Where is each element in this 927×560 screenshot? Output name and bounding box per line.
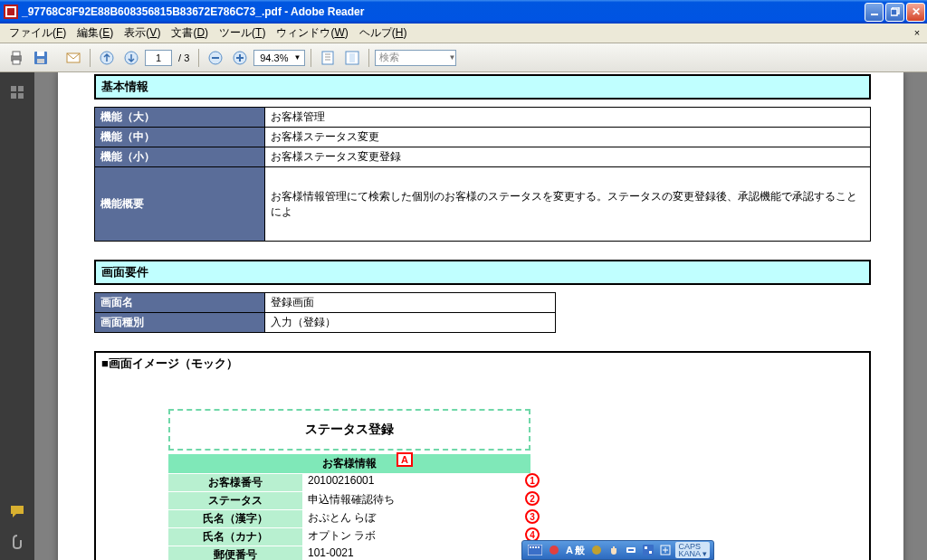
main-area: 基本情報 機能（大） お客様管理 機能（中） お客様ステータス変更 機能（小） … xyxy=(0,72,927,560)
section-header-basic-info: 基本情報 xyxy=(94,74,871,100)
mock-label: ステータス xyxy=(168,491,302,509)
zoom-in-button[interactable] xyxy=(229,47,251,69)
email-button[interactable] xyxy=(62,47,84,69)
page-number-input[interactable] xyxy=(145,50,172,66)
basic-info-table: 機能（大） お客様管理 機能（中） お客様ステータス変更 機能（小） お客様ステ… xyxy=(94,107,871,242)
cell-value: お客様ステータス変更 xyxy=(265,128,871,147)
window-title: _97768C8F92E88B608356815B83672E786C73_.p… xyxy=(22,5,865,18)
svg-rect-20 xyxy=(322,52,333,64)
svg-rect-31 xyxy=(538,546,540,548)
menu-document[interactable]: 文書(D) xyxy=(166,24,214,43)
pdf-page: 基本情報 機能（大） お客様管理 機能（中） お客様ステータス変更 機能（小） … xyxy=(58,72,903,560)
svg-rect-7 xyxy=(13,52,20,56)
mock-row: 郵便番号 101-0021 5 xyxy=(168,546,530,560)
svg-rect-35 xyxy=(628,549,634,551)
svg-rect-29 xyxy=(532,546,534,548)
section-header-screen-req: 画面要件 xyxy=(94,260,871,285)
menu-window[interactable]: ウィンドウ(W) xyxy=(271,24,353,43)
cell-label: 機能概要 xyxy=(95,167,265,242)
mock-label: 氏名（カナ） xyxy=(168,527,302,546)
ime-keyboard-icon[interactable] xyxy=(526,545,544,555)
cell-label: 画面種別 xyxy=(95,313,265,333)
mock-label: 郵便番号 xyxy=(168,546,302,560)
ime-tool-icon[interactable] xyxy=(589,545,604,555)
dropdown-icon: ▼ xyxy=(448,53,455,62)
cell-value: お客様情報管理にて検索した個別のお客様のステータスを変更する。ステータスの変更登… xyxy=(265,167,871,242)
menu-help[interactable]: ヘルプ(H) xyxy=(354,24,413,43)
annotation-circle: 1 xyxy=(525,473,540,488)
menu-tools[interactable]: ツール(T) xyxy=(214,24,271,43)
svg-rect-3 xyxy=(871,14,878,15)
svg-rect-23 xyxy=(11,86,16,91)
svg-rect-8 xyxy=(13,60,20,64)
ime-red-icon[interactable] xyxy=(547,545,561,555)
minimize-button[interactable] xyxy=(865,3,884,22)
menu-file[interactable]: ファイル(F) xyxy=(4,24,72,43)
document-viewport[interactable]: 基本情報 機能（大） お客様管理 機能（中） お客様ステータス変更 機能（小） … xyxy=(34,72,927,560)
mock-label: 氏名（漢字） xyxy=(168,509,302,527)
document-close-button[interactable]: × xyxy=(911,26,923,39)
mock-customer-info-header: お客様情報 A xyxy=(168,454,530,473)
ime-toolbar[interactable]: A 般 CAPS KANA ▾ xyxy=(521,540,714,560)
ime-pad-icon[interactable] xyxy=(658,545,673,555)
fit-page-button[interactable] xyxy=(317,47,339,69)
separator xyxy=(368,49,369,67)
cell-label: 機能（大） xyxy=(95,108,265,128)
svg-rect-25 xyxy=(11,93,16,99)
svg-rect-10 xyxy=(37,52,44,56)
zoom-value: 94.3% xyxy=(260,52,288,63)
save-button[interactable] xyxy=(30,47,52,69)
comment-icon[interactable] xyxy=(6,500,28,522)
mock-label: お客様番号 xyxy=(168,473,302,491)
menubar: ファイル(F) 編集(E) 表示(V) 文書(D) ツール(T) ウィンドウ(W… xyxy=(0,24,927,43)
ime-caps-kana[interactable]: CAPS KANA ▾ xyxy=(675,542,710,558)
search-placeholder: 検索 xyxy=(379,52,399,62)
cell-label: 機能（中） xyxy=(95,128,265,147)
svg-rect-37 xyxy=(645,546,647,549)
mock-body: ステータス登録 お客様情報 A お客様番号 20100216001 1 ステータ… xyxy=(94,375,871,560)
ime-help-icon[interactable] xyxy=(641,545,655,555)
dropdown-icon: ▼ xyxy=(293,53,301,62)
svg-rect-38 xyxy=(649,551,652,554)
mock-value: 申込情報確認待ち xyxy=(302,491,530,509)
menu-view[interactable]: 表示(V) xyxy=(119,24,166,43)
mock-row: 氏名（カナ） オプトン ラボ 4 xyxy=(168,527,530,546)
table-row: 機能（小） お客様ステータス変更登録 xyxy=(95,147,871,167)
table-row: 機能（中） お客様ステータス変更 xyxy=(95,128,871,147)
toolbar: / 3 94.3% ▼ 検索 ▼ xyxy=(0,43,927,72)
mock-value: 101-0021 xyxy=(302,546,530,560)
close-button[interactable]: ✕ xyxy=(906,3,925,22)
thumbnails-icon[interactable] xyxy=(6,81,28,103)
cell-value: お客様管理 xyxy=(265,108,871,128)
menu-edit[interactable]: 編集(E) xyxy=(72,24,119,43)
next-page-button[interactable] xyxy=(120,47,142,69)
zoom-out-button[interactable] xyxy=(205,47,226,69)
svg-rect-36 xyxy=(643,545,654,555)
page-total: / 3 xyxy=(175,52,193,63)
mock-row: お客様番号 20100216001 1 xyxy=(168,473,530,491)
svg-rect-22 xyxy=(349,53,355,62)
svg-point-32 xyxy=(550,546,559,555)
attachment-icon[interactable] xyxy=(6,531,28,553)
table-row: 画面名 登録画面 xyxy=(95,293,556,313)
annotation-circle: 2 xyxy=(525,491,540,506)
cell-label: 画面名 xyxy=(95,293,265,313)
zoom-level-select[interactable]: 94.3% ▼ xyxy=(253,50,305,66)
table-row: 機能（大） お客様管理 xyxy=(95,108,871,128)
cell-value: 登録画面 xyxy=(265,293,556,313)
ime-hand-icon[interactable] xyxy=(607,545,621,555)
cell-value: お客様ステータス変更登録 xyxy=(265,147,871,167)
print-button[interactable] xyxy=(5,47,27,69)
ime-mode[interactable]: A 般 xyxy=(564,544,588,557)
annotation-circle: 3 xyxy=(525,509,540,524)
mock-heading: ステータス登録 xyxy=(168,409,530,451)
restore-button[interactable] xyxy=(885,3,904,22)
search-input[interactable]: 検索 xyxy=(375,50,456,66)
window-controls: ✕ xyxy=(865,3,925,22)
ime-settings-icon[interactable] xyxy=(624,545,638,555)
separator xyxy=(311,49,311,67)
prev-page-button[interactable] xyxy=(96,47,118,69)
titlebar: _97768C8F92E88B608356815B83672E786C73_.p… xyxy=(0,0,927,24)
svg-rect-27 xyxy=(528,545,542,555)
fit-width-button[interactable] xyxy=(341,47,363,69)
